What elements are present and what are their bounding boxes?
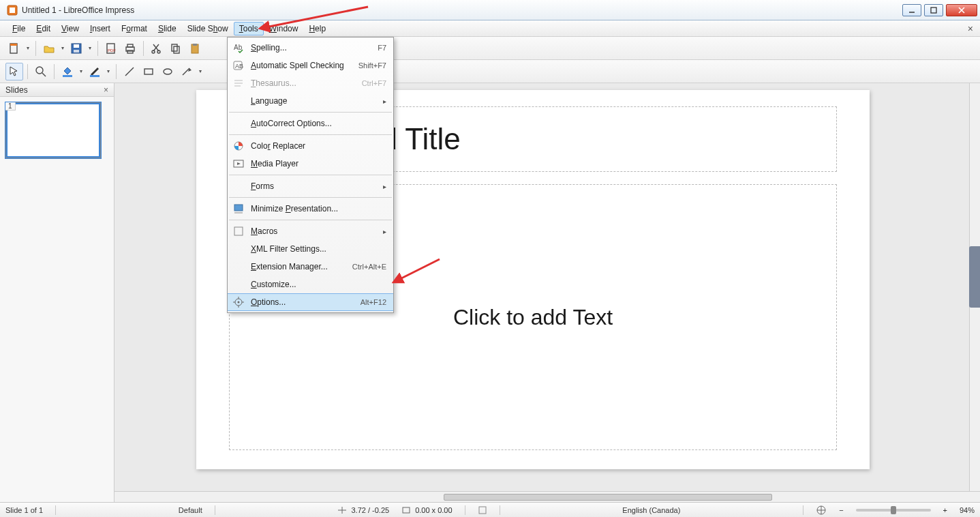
- tools-menu-spelling[interactable]: AbSpelling...F7: [228, 39, 393, 57]
- zoom-level[interactable]: 94%: [960, 506, 975, 514]
- tools-menu-forms[interactable]: Forms▸: [228, 177, 393, 195]
- svg-text:AB: AB: [235, 63, 243, 70]
- signature-icon: [478, 505, 487, 515]
- position-icon: [337, 506, 347, 514]
- status-slide-number: Slide 1 of 1: [5, 506, 43, 514]
- menu-item-label: Color Replacer: [251, 141, 305, 151]
- tools-menu-macros[interactable]: Macros▸: [228, 222, 393, 240]
- status-cursor-pos: 3.72 / -0.25: [337, 506, 389, 514]
- tools-menu-customize[interactable]: Customize...: [228, 276, 393, 293]
- menu-item-shortcut: Ctrl+Alt+E: [352, 263, 386, 271]
- cut-button[interactable]: [148, 40, 166, 57]
- tools-menu-automatic-spell-checking[interactable]: ABAutomatic Spell CheckingShift+F7: [228, 57, 393, 74]
- tools-menu-media-player[interactable]: Media Player: [228, 155, 393, 173]
- title-bar: Untitled 1 - LibreOffice Impress: [0, 0, 980, 20]
- copy-button[interactable]: [167, 40, 185, 57]
- svg-rect-3: [931, 8, 936, 13]
- status-master[interactable]: Default: [179, 506, 202, 514]
- menu-item-label: Extension Manager...: [251, 262, 328, 271]
- zoom-tool-button[interactable]: [32, 63, 50, 80]
- app-icon: [7, 5, 18, 16]
- status-bar: Slide 1 of 1 Default 3.72 / -0.25 0.00 x…: [0, 502, 980, 517]
- submenu-arrow-icon: ▸: [383, 228, 386, 235]
- menu-item-label: Customize...: [251, 280, 296, 289]
- svg-rect-20: [172, 44, 177, 51]
- tools-menu-options[interactable]: Options...Alt+F12: [228, 293, 393, 311]
- line-color-dropdown[interactable]: ▾: [105, 68, 112, 74]
- tools-menu-minimize-presentation[interactable]: Minimize Presentation...: [228, 200, 393, 218]
- slide-thumbnail[interactable]: 1: [5, 102, 101, 158]
- svg-text:Ab: Ab: [234, 44, 243, 51]
- status-signature[interactable]: [478, 505, 487, 515]
- menu-view[interactable]: View: [56, 22, 85, 35]
- save-dropdown[interactable]: ▾: [87, 45, 93, 51]
- slides-panel-title: Slides: [5, 85, 28, 95]
- menu-help[interactable]: Help: [303, 22, 331, 35]
- svg-point-51: [238, 301, 240, 304]
- line-color-button[interactable]: [86, 63, 104, 80]
- minimize-window-button[interactable]: [902, 4, 921, 16]
- select-tool-button[interactable]: [5, 63, 23, 80]
- new-document-dropdown[interactable]: ▾: [25, 45, 31, 51]
- svg-rect-10: [74, 50, 79, 53]
- svg-rect-49: [234, 227, 243, 235]
- close-window-button[interactable]: [946, 4, 977, 16]
- arrow-tool-button[interactable]: [178, 63, 196, 80]
- menu-file[interactable]: File: [7, 22, 31, 35]
- right-pane-handle[interactable]: [969, 246, 980, 308]
- zoom-slider[interactable]: [856, 509, 931, 512]
- rectangle-tool-button[interactable]: [140, 63, 157, 80]
- menu-item-shortcut: Alt+F12: [361, 298, 386, 306]
- tools-menu-language[interactable]: Language▸: [228, 92, 393, 110]
- menu-slide-show[interactable]: Slide Show: [182, 22, 234, 35]
- ellipse-tool-button[interactable]: [159, 63, 177, 80]
- standard-toolbar: ▾ ▾ ▾ PDF: [0, 37, 980, 60]
- menu-slide[interactable]: Slide: [153, 22, 182, 35]
- auto-spellcheck-icon: AB: [232, 59, 245, 72]
- paste-button[interactable]: [186, 40, 204, 57]
- open-dropdown[interactable]: ▾: [59, 45, 66, 51]
- svg-line-25: [42, 73, 46, 76]
- color-replacer-icon: [232, 140, 245, 152]
- print-button[interactable]: [121, 40, 139, 57]
- horizontal-scrollbar[interactable]: [114, 491, 980, 502]
- menu-window[interactable]: Window: [264, 22, 304, 35]
- maximize-window-button[interactable]: [924, 4, 943, 16]
- line-tool-button[interactable]: [121, 63, 138, 80]
- status-object-size: 0.00 x 0.00: [401, 506, 452, 514]
- menu-insert[interactable]: Insert: [85, 22, 116, 35]
- menu-tools[interactable]: Tools: [234, 22, 264, 35]
- menu-item-label: AutoCorrect Options...: [251, 119, 332, 128]
- svg-rect-26: [63, 75, 72, 77]
- export-pdf-button[interactable]: PDF: [102, 40, 120, 57]
- thesaurus-icon: [232, 77, 245, 89]
- tools-menu-autocorrect-options[interactable]: AutoCorrect Options...: [228, 115, 393, 132]
- tools-menu-extension-manager[interactable]: Extension Manager...Ctrl+Alt+E: [228, 258, 393, 276]
- svg-rect-21: [174, 46, 179, 53]
- tools-menu-xml-filter-settings[interactable]: XML Filter Settings...: [228, 240, 393, 258]
- status-language[interactable]: English (Canada): [622, 506, 680, 514]
- svg-point-30: [164, 69, 172, 74]
- drawing-toolbar: ▾ ▾ ▾: [0, 60, 980, 83]
- content-placeholder-text: Click to add Text: [453, 305, 613, 330]
- slides-panel-close-icon[interactable]: ×: [104, 85, 108, 95]
- save-button[interactable]: [67, 40, 85, 57]
- workspace: Slides × 1 Click to add Title Click to a…: [0, 83, 980, 502]
- fill-color-button[interactable]: [59, 63, 76, 80]
- slides-panel: Slides × 1: [0, 83, 114, 502]
- menu-edit[interactable]: Edit: [31, 22, 56, 35]
- new-document-button[interactable]: [5, 40, 23, 57]
- fit-slide-button[interactable]: [816, 505, 827, 516]
- media-player-icon: [232, 158, 245, 170]
- menu-item-label: Minimize Presentation...: [251, 204, 338, 213]
- svg-rect-14: [127, 44, 133, 47]
- zoom-out-button[interactable]: −: [839, 506, 843, 514]
- zoom-in-button[interactable]: +: [943, 506, 947, 514]
- open-button[interactable]: [40, 40, 58, 57]
- tools-menu-color-replacer[interactable]: Color Replacer: [228, 137, 393, 155]
- menu-item-shortcut: Ctrl+F7: [362, 79, 386, 87]
- fill-color-dropdown[interactable]: ▾: [78, 68, 85, 74]
- menu-format[interactable]: Format: [116, 22, 153, 35]
- svg-text:PDF: PDF: [108, 48, 116, 53]
- close-document-button[interactable]: ×: [968, 23, 973, 34]
